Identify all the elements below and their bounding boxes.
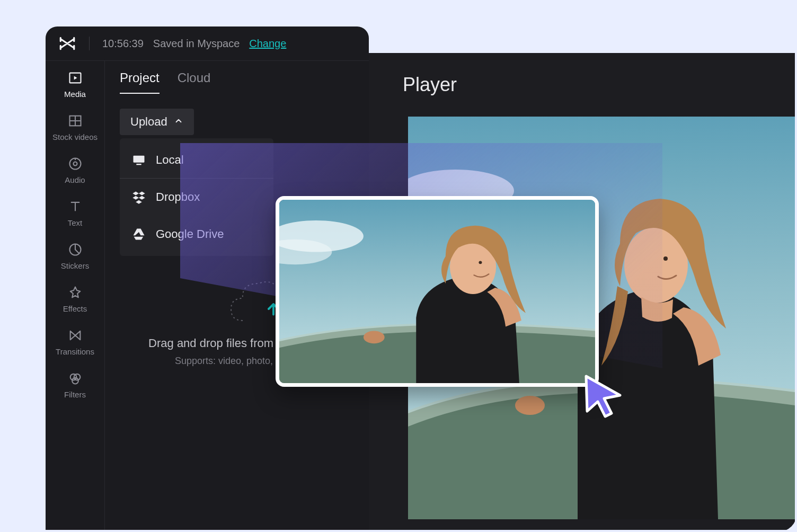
monitor-icon [131,153,146,167]
topbar-divider [89,37,90,50]
panel-tabs: Project Cloud [120,70,354,94]
google-drive-icon [131,227,146,242]
svg-point-12 [74,374,80,380]
sidebar-item-filters[interactable]: Filters [46,371,104,399]
sidebar-item-label: Media [64,90,86,99]
menu-item-google-drive[interactable]: Google Drive [120,216,273,253]
sidebar-item-stickers[interactable]: Stickers [46,242,104,270]
menu-item-dropbox[interactable]: Dropbox [120,179,273,216]
dropbox-icon [131,190,146,205]
player-title: Player [403,74,457,96]
menu-item-label: Google Drive [156,227,224,241]
menu-item-label: Dropbox [156,190,200,204]
svg-point-4 [663,256,668,261]
sidebar-item-media[interactable]: Media [46,70,104,99]
sidebar-item-stock-videos[interactable]: Stock videos [46,113,104,141]
svg-rect-14 [134,155,145,162]
topbar: 10:56:39 Saved in Myspace Change [46,26,369,60]
sidebar-item-effects[interactable]: Effects [46,285,104,313]
change-link[interactable]: Change [249,38,286,50]
tab-cloud[interactable]: Cloud [178,70,211,94]
page-background: Player [0,0,797,532]
tab-project[interactable]: Project [120,70,160,94]
sidebar-item-label: Filters [64,390,86,399]
saved-status: Saved in Myspace [153,38,240,50]
sidebar-item-label: Effects [63,304,87,313]
sidebar-item-label: Stickers [61,261,89,270]
upload-button-label: Upload [130,115,167,129]
sidebar-item-label: Text [68,218,83,227]
svg-point-2 [515,396,545,415]
sidebar: Media Stock videos Audio Text Stickers [46,61,105,530]
sidebar-item-label: Audio [65,175,85,184]
menu-item-label: Local [156,153,184,167]
cursor-icon [580,372,626,419]
upload-menu: Local Dropbox Google Drive [120,138,273,256]
svg-point-18 [364,331,385,344]
dragged-media-thumbnail[interactable] [276,196,599,387]
svg-rect-15 [136,164,141,165]
menu-item-local[interactable]: Local [120,141,273,179]
upload-button[interactable]: Upload [120,109,194,135]
save-time: 10:56:39 [102,38,144,50]
chevron-up-icon [174,115,183,129]
sidebar-item-audio[interactable]: Audio [46,156,104,184]
sidebar-item-label: Transitions [56,347,94,356]
svg-point-20 [479,261,482,264]
sidebar-item-label: Stock videos [52,132,98,141]
sidebar-item-text[interactable]: Text [46,199,104,227]
svg-point-13 [72,378,78,384]
svg-point-9 [73,162,77,166]
app-logo-icon [58,34,76,52]
sidebar-item-transitions[interactable]: Transitions [46,328,104,356]
